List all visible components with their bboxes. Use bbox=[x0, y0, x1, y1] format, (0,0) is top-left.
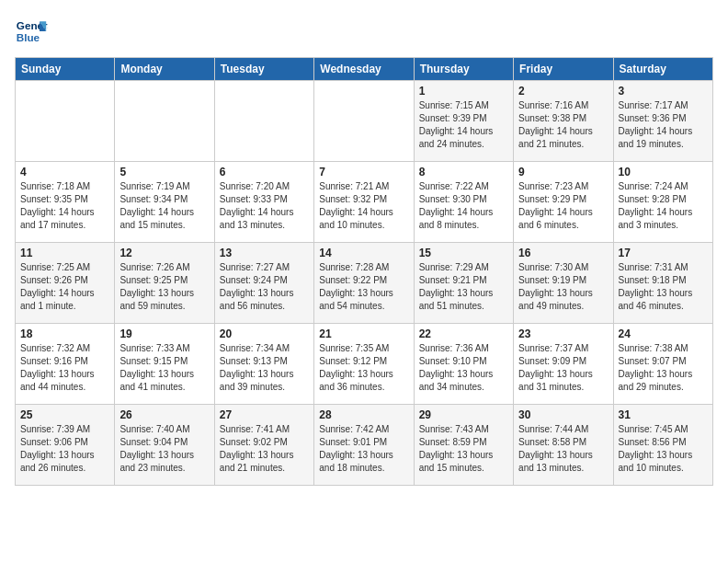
calendar-cell bbox=[115, 81, 214, 162]
calendar-week-row: 11Sunrise: 7:25 AM Sunset: 9:26 PM Dayli… bbox=[16, 243, 713, 324]
calendar-cell: 25Sunrise: 7:39 AM Sunset: 9:06 PM Dayli… bbox=[16, 405, 115, 486]
calendar-cell: 21Sunrise: 7:35 AM Sunset: 9:12 PM Dayli… bbox=[314, 324, 414, 405]
calendar-cell: 22Sunrise: 7:36 AM Sunset: 9:10 PM Dayli… bbox=[414, 324, 513, 405]
cell-content: Sunrise: 7:37 AM Sunset: 9:09 PM Dayligh… bbox=[518, 342, 608, 394]
cell-content: Sunrise: 7:23 AM Sunset: 9:29 PM Dayligh… bbox=[518, 180, 608, 232]
day-number: 25 bbox=[20, 408, 109, 421]
calendar-cell: 19Sunrise: 7:33 AM Sunset: 9:15 PM Dayli… bbox=[115, 324, 214, 405]
day-number: 26 bbox=[119, 408, 209, 421]
calendar-cell: 18Sunrise: 7:32 AM Sunset: 9:16 PM Dayli… bbox=[16, 324, 115, 405]
cell-content: Sunrise: 7:30 AM Sunset: 9:19 PM Dayligh… bbox=[518, 261, 608, 313]
day-of-week-header: Sunday bbox=[16, 58, 115, 81]
day-number: 20 bbox=[220, 327, 309, 340]
cell-content: Sunrise: 7:20 AM Sunset: 9:33 PM Dayligh… bbox=[220, 180, 309, 232]
day-of-week-header: Monday bbox=[115, 58, 214, 81]
page-header: General Blue bbox=[15, 15, 713, 48]
day-of-week-header: Thursday bbox=[414, 58, 513, 81]
day-number: 13 bbox=[220, 247, 309, 259]
day-number: 17 bbox=[619, 247, 708, 259]
day-number: 24 bbox=[619, 327, 708, 340]
calendar-cell: 23Sunrise: 7:37 AM Sunset: 9:09 PM Dayli… bbox=[514, 324, 613, 405]
day-of-week-header: Friday bbox=[514, 58, 613, 81]
day-of-week-header: Saturday bbox=[613, 58, 712, 81]
day-number: 27 bbox=[220, 408, 309, 421]
calendar-cell bbox=[16, 81, 115, 162]
cell-content: Sunrise: 7:25 AM Sunset: 9:26 PM Dayligh… bbox=[20, 261, 109, 313]
calendar-cell: 17Sunrise: 7:31 AM Sunset: 9:18 PM Dayli… bbox=[613, 243, 712, 324]
calendar-cell bbox=[214, 81, 313, 162]
cell-content: Sunrise: 7:19 AM Sunset: 9:34 PM Dayligh… bbox=[119, 180, 209, 232]
day-number: 11 bbox=[20, 247, 109, 259]
calendar-table: SundayMondayTuesdayWednesdayThursdayFrid… bbox=[15, 57, 713, 486]
svg-text:Blue: Blue bbox=[17, 31, 40, 43]
calendar-cell bbox=[314, 81, 414, 162]
calendar-cell: 12Sunrise: 7:26 AM Sunset: 9:25 PM Dayli… bbox=[115, 243, 214, 324]
day-number: 5 bbox=[119, 166, 209, 178]
cell-content: Sunrise: 7:39 AM Sunset: 9:06 PM Dayligh… bbox=[20, 423, 109, 475]
cell-content: Sunrise: 7:24 AM Sunset: 9:28 PM Dayligh… bbox=[619, 180, 708, 232]
calendar-cell: 4Sunrise: 7:18 AM Sunset: 9:35 PM Daylig… bbox=[16, 162, 115, 243]
day-number: 15 bbox=[419, 247, 508, 259]
day-number: 7 bbox=[319, 166, 408, 178]
day-number: 2 bbox=[518, 85, 608, 98]
day-number: 3 bbox=[619, 85, 708, 98]
calendar-cell: 29Sunrise: 7:43 AM Sunset: 8:59 PM Dayli… bbox=[414, 405, 513, 486]
calendar-cell: 7Sunrise: 7:21 AM Sunset: 9:32 PM Daylig… bbox=[314, 162, 414, 243]
cell-content: Sunrise: 7:33 AM Sunset: 9:15 PM Dayligh… bbox=[119, 342, 209, 394]
calendar-body: 1Sunrise: 7:15 AM Sunset: 9:39 PM Daylig… bbox=[16, 81, 713, 486]
calendar-cell: 1Sunrise: 7:15 AM Sunset: 9:39 PM Daylig… bbox=[414, 81, 513, 162]
cell-content: Sunrise: 7:29 AM Sunset: 9:21 PM Dayligh… bbox=[419, 261, 508, 313]
cell-content: Sunrise: 7:31 AM Sunset: 9:18 PM Dayligh… bbox=[619, 261, 708, 313]
calendar-cell: 6Sunrise: 7:20 AM Sunset: 9:33 PM Daylig… bbox=[214, 162, 313, 243]
calendar-cell: 26Sunrise: 7:40 AM Sunset: 9:04 PM Dayli… bbox=[115, 405, 214, 486]
logo: General Blue bbox=[15, 15, 51, 48]
cell-content: Sunrise: 7:27 AM Sunset: 9:24 PM Dayligh… bbox=[220, 261, 309, 313]
cell-content: Sunrise: 7:21 AM Sunset: 9:32 PM Dayligh… bbox=[319, 180, 408, 232]
day-number: 16 bbox=[518, 247, 608, 259]
day-number: 1 bbox=[419, 85, 508, 98]
calendar-cell: 5Sunrise: 7:19 AM Sunset: 9:34 PM Daylig… bbox=[115, 162, 214, 243]
day-number: 28 bbox=[319, 408, 408, 421]
calendar-cell: 27Sunrise: 7:41 AM Sunset: 9:02 PM Dayli… bbox=[214, 405, 313, 486]
cell-content: Sunrise: 7:15 AM Sunset: 9:39 PM Dayligh… bbox=[419, 99, 508, 151]
calendar-cell: 3Sunrise: 7:17 AM Sunset: 9:36 PM Daylig… bbox=[613, 81, 712, 162]
cell-content: Sunrise: 7:36 AM Sunset: 9:10 PM Dayligh… bbox=[419, 342, 508, 394]
cell-content: Sunrise: 7:18 AM Sunset: 9:35 PM Dayligh… bbox=[20, 180, 109, 232]
day-number: 14 bbox=[319, 247, 408, 259]
calendar-cell: 28Sunrise: 7:42 AM Sunset: 9:01 PM Dayli… bbox=[314, 405, 414, 486]
cell-content: Sunrise: 7:32 AM Sunset: 9:16 PM Dayligh… bbox=[20, 342, 109, 394]
day-number: 10 bbox=[619, 166, 708, 178]
day-number: 19 bbox=[119, 327, 209, 340]
calendar-cell: 15Sunrise: 7:29 AM Sunset: 9:21 PM Dayli… bbox=[414, 243, 513, 324]
day-number: 29 bbox=[419, 408, 508, 421]
day-number: 12 bbox=[119, 247, 209, 259]
calendar-cell: 30Sunrise: 7:44 AM Sunset: 8:58 PM Dayli… bbox=[514, 405, 613, 486]
day-number: 8 bbox=[419, 166, 508, 178]
calendar-cell: 9Sunrise: 7:23 AM Sunset: 9:29 PM Daylig… bbox=[514, 162, 613, 243]
day-number: 22 bbox=[419, 327, 508, 340]
calendar-header: SundayMondayTuesdayWednesdayThursdayFrid… bbox=[16, 58, 713, 81]
calendar-cell: 20Sunrise: 7:34 AM Sunset: 9:13 PM Dayli… bbox=[214, 324, 313, 405]
cell-content: Sunrise: 7:28 AM Sunset: 9:22 PM Dayligh… bbox=[319, 261, 408, 313]
calendar-cell: 2Sunrise: 7:16 AM Sunset: 9:38 PM Daylig… bbox=[514, 81, 613, 162]
day-of-week-header: Tuesday bbox=[214, 58, 313, 81]
cell-content: Sunrise: 7:41 AM Sunset: 9:02 PM Dayligh… bbox=[220, 423, 309, 475]
calendar-cell: 24Sunrise: 7:38 AM Sunset: 9:07 PM Dayli… bbox=[613, 324, 712, 405]
cell-content: Sunrise: 7:34 AM Sunset: 9:13 PM Dayligh… bbox=[220, 342, 309, 394]
calendar-cell: 16Sunrise: 7:30 AM Sunset: 9:19 PM Dayli… bbox=[514, 243, 613, 324]
cell-content: Sunrise: 7:22 AM Sunset: 9:30 PM Dayligh… bbox=[419, 180, 508, 232]
calendar-week-row: 18Sunrise: 7:32 AM Sunset: 9:16 PM Dayli… bbox=[16, 324, 713, 405]
calendar-week-row: 1Sunrise: 7:15 AM Sunset: 9:39 PM Daylig… bbox=[16, 81, 713, 162]
logo-icon: General Blue bbox=[15, 15, 48, 48]
calendar-week-row: 25Sunrise: 7:39 AM Sunset: 9:06 PM Dayli… bbox=[16, 405, 713, 486]
day-number: 4 bbox=[20, 166, 109, 178]
day-number: 30 bbox=[518, 408, 608, 421]
cell-content: Sunrise: 7:43 AM Sunset: 8:59 PM Dayligh… bbox=[419, 423, 508, 475]
cell-content: Sunrise: 7:45 AM Sunset: 8:56 PM Dayligh… bbox=[619, 423, 708, 475]
cell-content: Sunrise: 7:26 AM Sunset: 9:25 PM Dayligh… bbox=[119, 261, 209, 313]
day-number: 23 bbox=[518, 327, 608, 340]
calendar-cell: 31Sunrise: 7:45 AM Sunset: 8:56 PM Dayli… bbox=[613, 405, 712, 486]
calendar-cell: 11Sunrise: 7:25 AM Sunset: 9:26 PM Dayli… bbox=[16, 243, 115, 324]
cell-content: Sunrise: 7:38 AM Sunset: 9:07 PM Dayligh… bbox=[619, 342, 708, 394]
calendar-cell: 10Sunrise: 7:24 AM Sunset: 9:28 PM Dayli… bbox=[613, 162, 712, 243]
